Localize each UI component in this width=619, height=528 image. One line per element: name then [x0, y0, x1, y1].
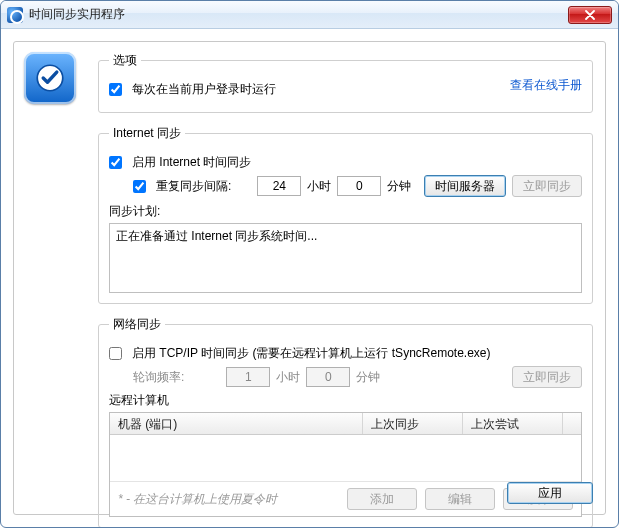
col-lasttry[interactable]: 上次尝试 [463, 413, 563, 434]
run-on-login-label: 每次在当前用户登录时运行 [132, 81, 276, 98]
repeat-interval-label: 重复同步间隔: [156, 178, 231, 195]
poll-minutes-unit: 分钟 [356, 369, 380, 386]
internet-syncnow-button[interactable]: 立即同步 [512, 175, 582, 197]
run-on-login-checkbox[interactable] [109, 83, 122, 96]
table-header: 机器 (端口) 上次同步 上次尝试 [110, 413, 581, 435]
close-icon [585, 10, 595, 20]
enable-internet-row[interactable]: 启用 Internet 时间同步 [109, 154, 582, 171]
col-machine[interactable]: 机器 (端口) [110, 413, 363, 434]
enable-internet-label: 启用 Internet 时间同步 [132, 154, 251, 171]
run-on-login-row[interactable]: 每次在当前用户登录时运行 [109, 81, 510, 98]
apply-button[interactable]: 应用 [507, 482, 593, 504]
col-spacer [563, 413, 581, 434]
edit-button[interactable]: 编辑 [425, 488, 495, 510]
internet-sync-group: Internet 同步 启用 Internet 时间同步 重复同步间隔: 小时 … [98, 125, 593, 304]
app-window: 时间同步实用程序 选项 每次在当前用户登录时运行 [0, 0, 619, 528]
hours-unit-label: 小时 [307, 178, 331, 195]
options-legend: 选项 [109, 52, 141, 69]
sync-plan-text: 正在准备通过 Internet 同步系统时间... [116, 228, 575, 245]
remote-computers-label: 远程计算机 [109, 392, 582, 409]
sync-plan-box: 正在准备通过 Internet 同步系统时间... [109, 223, 582, 293]
enable-tcpip-label: 启用 TCP/IP 时间同步 (需要在远程计算机上运行 tSyncRemote.… [132, 345, 491, 362]
app-title-icon [7, 7, 23, 23]
network-syncnow-button[interactable]: 立即同步 [512, 366, 582, 388]
enable-tcpip-checkbox[interactable] [109, 347, 122, 360]
sync-plan-label: 同步计划: [109, 203, 582, 220]
interval-minutes-input[interactable] [337, 176, 381, 196]
minutes-unit-label: 分钟 [387, 178, 411, 195]
main-area: 选项 每次在当前用户登录时运行 查看在线手册 Internet 同步 启用 In… [98, 52, 593, 528]
online-manual-link[interactable]: 查看在线手册 [510, 77, 582, 94]
add-button[interactable]: 添加 [347, 488, 417, 510]
close-button[interactable] [568, 6, 612, 24]
poll-hours-unit: 小时 [276, 369, 300, 386]
enable-internet-checkbox[interactable] [109, 156, 122, 169]
dst-note: * - 在这台计算机上使用夏令时 [118, 491, 339, 508]
poll-hours-input [226, 367, 270, 387]
col-lastsync[interactable]: 上次同步 [363, 413, 463, 434]
repeat-interval-row: 重复同步间隔: 小时 分钟 时间服务器 立即同步 [133, 175, 582, 197]
repeat-interval-checkbox[interactable] [133, 180, 146, 193]
table-body[interactable] [110, 435, 581, 481]
window-title: 时间同步实用程序 [29, 6, 568, 23]
poll-row: 轮询频率: 小时 分钟 立即同步 [133, 366, 582, 388]
footer-row: 应用 [507, 482, 593, 504]
options-group: 选项 每次在当前用户登录时运行 查看在线手册 [98, 52, 593, 113]
titlebar: 时间同步实用程序 [1, 1, 618, 29]
poll-label: 轮询频率: [133, 369, 184, 386]
poll-minutes-input [306, 367, 350, 387]
internet-sync-legend: Internet 同步 [109, 125, 185, 142]
enable-tcpip-row[interactable]: 启用 TCP/IP 时间同步 (需要在远程计算机上运行 tSyncRemote.… [109, 345, 582, 362]
content-panel: 选项 每次在当前用户登录时运行 查看在线手册 Internet 同步 启用 In… [13, 41, 606, 515]
network-sync-legend: 网络同步 [109, 316, 165, 333]
interval-hours-input[interactable] [257, 176, 301, 196]
clock-check-icon [33, 61, 67, 95]
time-servers-button[interactable]: 时间服务器 [424, 175, 506, 197]
app-icon [24, 52, 76, 104]
